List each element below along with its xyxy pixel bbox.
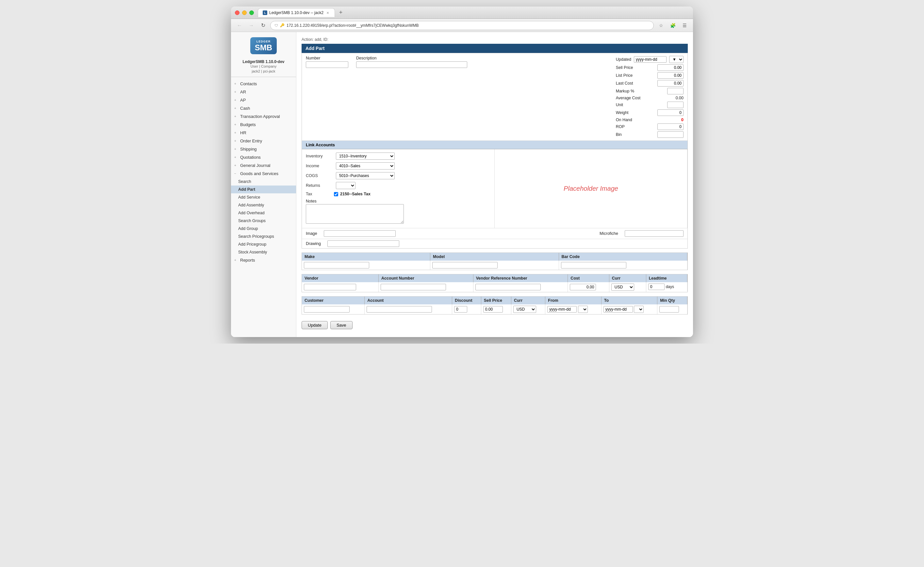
sidebar-item-cash[interactable]: + Cash bbox=[231, 104, 296, 112]
drawing-input[interactable] bbox=[328, 240, 399, 247]
save-button[interactable]: Save bbox=[331, 321, 353, 329]
sidebar-item-add-pricegroup[interactable]: Add Pricegroup bbox=[231, 240, 296, 248]
vendor-ref-input[interactable] bbox=[475, 284, 541, 290]
sidebar-item-shipping[interactable]: + Shipping bbox=[231, 145, 296, 153]
sidebar-item-transaction-approval[interactable]: + Transaction Approval bbox=[231, 112, 296, 120]
weight-input[interactable] bbox=[657, 110, 684, 116]
curr-header: Curr bbox=[511, 297, 545, 304]
vendor-input[interactable] bbox=[304, 284, 356, 290]
forward-button[interactable]: → bbox=[247, 21, 256, 30]
table-row: USD days bbox=[302, 282, 687, 292]
tab-close-button[interactable]: ✕ bbox=[325, 10, 330, 15]
cogs-select[interactable]: 5010--Purchases bbox=[336, 172, 395, 179]
list-price-input[interactable] bbox=[657, 72, 684, 79]
account-number-header: Account Number bbox=[379, 274, 473, 282]
sidebar-item-add-assembly[interactable]: Add Assembly bbox=[231, 201, 296, 209]
sidebar-item-add-part[interactable]: Add Part bbox=[231, 186, 296, 194]
extensions-icon[interactable]: 🧩 bbox=[668, 21, 677, 30]
account-number-input[interactable] bbox=[381, 284, 446, 290]
leadtime-header: Leadtime bbox=[646, 274, 687, 282]
back-button[interactable]: ← bbox=[235, 21, 244, 30]
discount-header: Discount bbox=[452, 297, 481, 304]
microfiche-label: Microfiche bbox=[599, 231, 618, 236]
sidebar-item-add-overhead[interactable]: Add Overhead bbox=[231, 209, 296, 217]
income-row: Income 4010--Sales bbox=[302, 161, 494, 171]
from-dropdown[interactable]: ▼ bbox=[578, 306, 588, 313]
number-input[interactable] bbox=[306, 62, 348, 68]
image-input[interactable] bbox=[324, 230, 396, 237]
user-info: jack2 | pci-jack bbox=[231, 69, 296, 74]
barcode-input[interactable] bbox=[561, 262, 627, 268]
sidebar-item-goods-and-services[interactable]: − Goods and Services bbox=[231, 170, 296, 178]
notes-textarea[interactable] bbox=[306, 204, 404, 224]
sidebar-item-hr[interactable]: + HR bbox=[231, 129, 296, 137]
markup-input[interactable] bbox=[667, 88, 684, 94]
new-tab-button[interactable]: + bbox=[336, 8, 346, 17]
sidebar-label-add-assembly: Add Assembly bbox=[238, 203, 264, 207]
min-qty-input[interactable] bbox=[660, 306, 679, 313]
tax-checkbox[interactable] bbox=[334, 192, 338, 196]
returns-select[interactable] bbox=[336, 182, 356, 189]
customer-account-input[interactable] bbox=[367, 306, 432, 313]
cost-input[interactable] bbox=[570, 284, 596, 290]
leadtime-input[interactable] bbox=[648, 284, 664, 290]
customer-sell-price-input[interactable] bbox=[483, 306, 503, 313]
vendor-section: Vendor Account Number Vendor Reference N… bbox=[302, 274, 688, 292]
sidebar-item-add-group[interactable]: Add Group bbox=[231, 225, 296, 232]
maximize-button[interactable] bbox=[249, 10, 254, 15]
close-button[interactable] bbox=[235, 10, 239, 15]
last-cost-input[interactable] bbox=[657, 80, 684, 87]
sidebar-item-quotations[interactable]: + Quotations bbox=[231, 153, 296, 161]
account-header: Account bbox=[365, 297, 452, 304]
to-input[interactable] bbox=[604, 306, 633, 313]
sell-price-input[interactable] bbox=[657, 64, 684, 71]
curr-select[interactable]: USD bbox=[611, 284, 634, 291]
average-cost-label: Average Cost bbox=[616, 96, 641, 100]
sidebar-item-budgets[interactable]: + Budgets bbox=[231, 120, 296, 129]
unit-input[interactable] bbox=[667, 102, 684, 108]
make-input[interactable] bbox=[304, 262, 369, 268]
lock-icon: 🔑 bbox=[280, 23, 285, 27]
traffic-lights bbox=[235, 10, 254, 15]
updated-input[interactable] bbox=[634, 56, 667, 63]
sidebar-item-order-entry[interactable]: + Order Entry bbox=[231, 137, 296, 145]
sidebar-item-ap[interactable]: + AP bbox=[231, 96, 296, 104]
update-button[interactable]: Update bbox=[302, 321, 328, 329]
sidebar-item-search-groups[interactable]: Search Groups bbox=[231, 217, 296, 225]
customer-input[interactable] bbox=[304, 306, 350, 313]
sidebar-item-reports[interactable]: + Reports bbox=[231, 256, 296, 264]
inventory-row: Inventory 1510--Inventory bbox=[302, 151, 494, 161]
sidebar-item-search[interactable]: Search bbox=[231, 178, 296, 186]
description-input[interactable] bbox=[356, 62, 467, 68]
sidebar-item-contacts[interactable]: + Contacts bbox=[231, 80, 296, 88]
from-input[interactable] bbox=[547, 306, 577, 313]
sidebar-label-budgets: Budgets bbox=[240, 122, 256, 127]
customer-curr-select[interactable]: USD bbox=[513, 306, 536, 313]
sidebar-item-ar[interactable]: + AR bbox=[231, 88, 296, 96]
barcode-header: Bar Code bbox=[559, 253, 687, 261]
main-content: Action: add, ID: Add Part Number Descrip… bbox=[296, 32, 693, 337]
sidebar-item-search-pricegroups[interactable]: Search Pricegroups bbox=[231, 232, 296, 240]
income-select[interactable]: 4010--Sales bbox=[336, 162, 395, 170]
microfiche-input[interactable] bbox=[625, 230, 684, 237]
rop-input[interactable] bbox=[657, 123, 684, 130]
minimize-button[interactable] bbox=[242, 10, 247, 15]
inventory-select[interactable]: 1510--Inventory bbox=[336, 153, 395, 160]
menu-icon[interactable]: ☰ bbox=[680, 21, 689, 30]
sidebar-item-general-journal[interactable]: + General Journal bbox=[231, 161, 296, 170]
model-input[interactable] bbox=[432, 262, 497, 268]
tab-title: LedgerSMB 1.10.0-dev -- jack2 bbox=[269, 10, 323, 15]
sidebar-item-stock-assembly[interactable]: Stock Assembly bbox=[231, 248, 296, 256]
reload-button[interactable]: ↻ bbox=[258, 21, 267, 30]
toolbar-right: ☆ 🧩 ☰ bbox=[657, 21, 689, 30]
updated-dropdown[interactable]: ▼ bbox=[669, 56, 684, 63]
last-cost-label: Last Cost bbox=[616, 81, 633, 86]
url-bar[interactable]: 🛡 🔑 172.16.1.220:49159/erp.pl?action=roo… bbox=[270, 21, 654, 30]
bin-input[interactable] bbox=[657, 131, 684, 138]
sidebar-item-add-service[interactable]: Add Service bbox=[231, 194, 296, 201]
sidebar: LEDGER SMB LedgerSMB 1.10.0-dev User | C… bbox=[231, 32, 296, 337]
bookmark-icon[interactable]: ☆ bbox=[657, 21, 666, 30]
to-dropdown[interactable]: ▼ bbox=[634, 306, 644, 313]
discount-input[interactable] bbox=[454, 306, 467, 313]
active-tab[interactable]: L LedgerSMB 1.10.0-dev -- jack2 ✕ bbox=[258, 8, 335, 17]
